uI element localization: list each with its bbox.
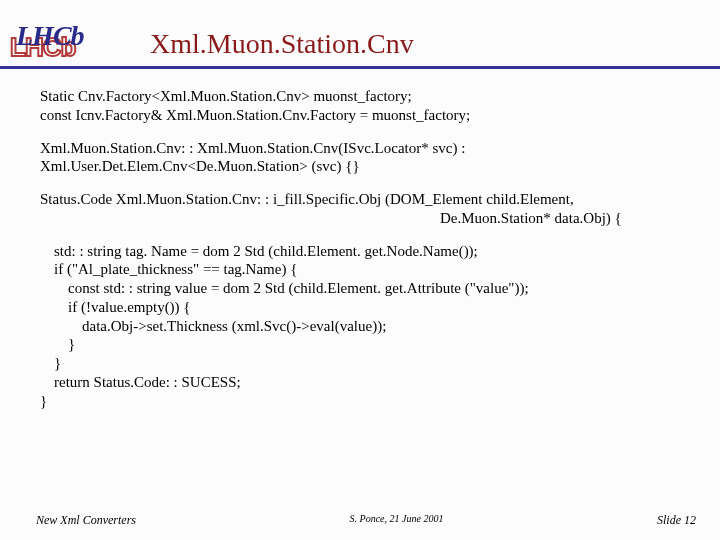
code-line: } bbox=[40, 335, 690, 354]
slide-header: LHCb LHCb Xml.Muon.Station.Cnv bbox=[0, 0, 720, 69]
lhcb-logo: LHCb LHCb bbox=[10, 16, 100, 66]
code-line: return Status.Code: : SUCESS; bbox=[40, 373, 690, 392]
code-line: } bbox=[40, 354, 690, 373]
code-line: std: : string tag. Name = dom 2 Std (chi… bbox=[40, 242, 690, 261]
code-block-3: Status.Code Xml.Muon.Station.Cnv: : i_fi… bbox=[40, 190, 690, 228]
footer-left: New Xml Converters bbox=[36, 513, 136, 528]
code-line: Xml.User.Det.Elem.Cnv<De.Muon.Station> (… bbox=[40, 157, 690, 176]
code-line: Static Cnv.Factory<Xml.Muon.Station.Cnv>… bbox=[40, 87, 690, 106]
code-line: Status.Code Xml.Muon.Station.Cnv: : i_fi… bbox=[40, 190, 690, 209]
code-block-2: Xml.Muon.Station.Cnv: : Xml.Muon.Station… bbox=[40, 139, 690, 177]
code-block-1: Static Cnv.Factory<Xml.Muon.Station.Cnv>… bbox=[40, 87, 690, 125]
code-block-4: std: : string tag. Name = dom 2 Std (chi… bbox=[40, 242, 690, 411]
code-line: const Icnv.Factory& Xml.Muon.Station.Cnv… bbox=[40, 106, 690, 125]
logo-front-text: LHCb bbox=[16, 20, 84, 52]
code-line: } bbox=[40, 392, 690, 411]
code-line: if ("Al_plate_thickness" == tag.Name) { bbox=[40, 260, 690, 279]
footer-right: Slide 12 bbox=[657, 513, 696, 528]
slide-title: Xml.Muon.Station.Cnv bbox=[150, 22, 414, 60]
code-line: data.Obj->set.Thickness (xml.Svc()->eval… bbox=[40, 317, 690, 336]
slide-footer: New Xml Converters S. Ponce, 21 June 200… bbox=[0, 513, 720, 528]
code-line: if (!value.empty()) { bbox=[40, 298, 690, 317]
slide-body: Static Cnv.Factory<Xml.Muon.Station.Cnv>… bbox=[0, 69, 720, 410]
code-line: De.Muon.Station* data.Obj) { bbox=[40, 209, 690, 228]
code-line: Xml.Muon.Station.Cnv: : Xml.Muon.Station… bbox=[40, 139, 690, 158]
footer-center: S. Ponce, 21 June 2001 bbox=[350, 513, 444, 528]
code-line: const std: : string value = dom 2 Std (c… bbox=[40, 279, 690, 298]
